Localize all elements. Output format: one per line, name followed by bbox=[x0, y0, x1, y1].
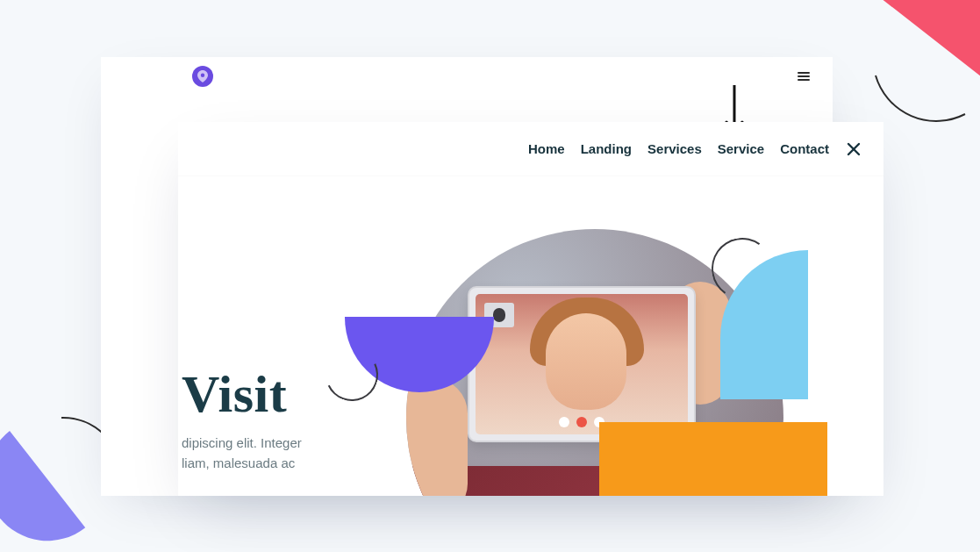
nav-services[interactable]: Services bbox=[647, 141, 702, 156]
foreground-window: Home Landing Services Service Contact Vi… bbox=[178, 122, 883, 496]
hero-body: dipiscing elit. Integer liam, malesuada … bbox=[182, 433, 302, 474]
hamburger-menu-icon[interactable] bbox=[798, 72, 810, 81]
hero-body-line: liam, malesuada ac bbox=[182, 453, 302, 473]
logo-badge bbox=[192, 66, 213, 87]
hero-body-line: dipiscing elit. Integer bbox=[182, 433, 302, 453]
background-topbar bbox=[101, 57, 833, 96]
map-pin-icon bbox=[197, 70, 208, 82]
tablet-icon bbox=[468, 286, 696, 442]
hero-headline: Visit bbox=[182, 364, 287, 425]
navbar: Home Landing Services Service Contact bbox=[178, 122, 883, 176]
nav-home[interactable]: Home bbox=[528, 141, 565, 156]
decor-pink-half-icon bbox=[867, 0, 980, 147]
close-icon[interactable] bbox=[847, 142, 861, 156]
nav-service[interactable]: Service bbox=[718, 141, 764, 156]
nav-landing[interactable]: Landing bbox=[581, 141, 632, 156]
hero-visual bbox=[406, 176, 810, 496]
call-controls-icon bbox=[559, 417, 604, 427]
decor-orange-block-icon bbox=[599, 422, 827, 496]
nav-contact[interactable]: Contact bbox=[780, 141, 829, 156]
hero-section: Visit dipiscing elit. Integer liam, male… bbox=[178, 176, 883, 496]
